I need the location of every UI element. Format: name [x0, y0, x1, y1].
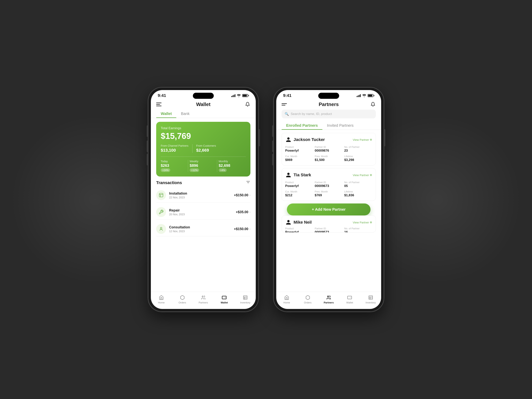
- mike-partnerid-label: Partner ID: [315, 227, 342, 230]
- nav-home-label-partners: Home: [284, 301, 290, 304]
- no-partner-value-tia: 05: [344, 184, 372, 188]
- view-partner-link-tia[interactable]: View Partner ⊕: [353, 173, 372, 177]
- tab-wallet-wallet[interactable]: Wallet: [156, 110, 176, 118]
- tab-invited-partners[interactable]: Invited Partners: [323, 121, 358, 130]
- partner-name-jackson: Jackson Tucker: [294, 137, 325, 142]
- svg-point-7: [202, 296, 203, 297]
- nav-home-partners[interactable]: Home: [276, 294, 297, 305]
- transaction-date-consultation: 12 Nov, 2023: [169, 230, 231, 233]
- partner-id-item-jackson: Partner ID 00009876: [315, 146, 342, 152]
- partner-id-value-tia: 00009673: [315, 184, 342, 188]
- nav-wallet-partners[interactable]: Wallet: [339, 294, 360, 305]
- transactions-header: Transactions: [156, 180, 250, 185]
- signal-icon-wallet: [231, 94, 235, 97]
- view-partner-link-jackson[interactable]: View Partner ⊕: [353, 138, 372, 141]
- nav-wallet-wallet[interactable]: Wallet: [214, 294, 235, 305]
- bell-icon-partners[interactable]: [370, 102, 376, 107]
- status-icons-partners: [357, 94, 374, 97]
- lifetime-value-jackson: $3,298: [344, 158, 372, 162]
- phone-screen-partners: 9:41: [276, 90, 381, 309]
- prev-month-label-jackson: Prev. Month: [315, 155, 342, 158]
- signal-icon-partners: [357, 94, 361, 97]
- lifetime-label-tia: Lifetime: [344, 190, 372, 193]
- transaction-info-installation: Installation 22 Nov, 2023: [169, 191, 231, 199]
- search-input-partners[interactable]: Search by name, ID, product: [291, 112, 373, 116]
- nav-inventory-wallet[interactable]: Inventory: [235, 294, 256, 305]
- filter-icon[interactable]: [246, 180, 250, 185]
- transaction-item-consultation[interactable]: Consultation 12 Nov, 2023 +$150.00 ›: [156, 222, 250, 236]
- partners-icon-partners: [326, 295, 331, 300]
- monthly-value: $2,698: [219, 163, 244, 168]
- status-time-wallet: 9:41: [158, 93, 166, 98]
- partner-card-jackson: Jackson Tucker View Partner ⊕ Product Po…: [282, 133, 376, 165]
- status-icons-wallet: [231, 94, 249, 97]
- nav-orders-partners[interactable]: Orders: [297, 294, 318, 305]
- earnings-breakdown: From Channel Partners $13,100 From Custo…: [161, 144, 246, 153]
- wallet-icon-nav-partners: [347, 295, 352, 300]
- no-partner-value-jackson: 23: [344, 149, 372, 152]
- wifi-icon-wallet: [237, 94, 241, 97]
- cur-month-label-jackson: Cur. Month: [285, 155, 313, 158]
- transaction-name-repair: Repair: [169, 209, 233, 212]
- today-label: Today: [161, 160, 186, 163]
- tab-bank-wallet[interactable]: Bank: [176, 110, 194, 118]
- partner-header-tia: Tia Stark View Partner ⊕: [285, 172, 372, 178]
- weekly-badge: +12%: [190, 168, 199, 172]
- nav-partners-wallet[interactable]: Partners: [193, 294, 214, 305]
- partner-card-tia: Tia Stark View Partner ⊕ Product Powerly…: [282, 168, 376, 201]
- transaction-item-installation[interactable]: Installation 22 Nov, 2023 +$150.00 ›: [156, 188, 250, 203]
- partner-name-tia: Tia Stark: [294, 172, 311, 177]
- phone-wallet: 9:41: [148, 87, 258, 312]
- hamburger-icon-wallet[interactable]: [156, 103, 162, 106]
- wallet-content: Total Earnings $15,769 From Channel Part…: [151, 118, 256, 292]
- svg-rect-3: [159, 193, 163, 197]
- dynamic-island-wallet: [193, 93, 214, 99]
- phone-partners: 9:41: [274, 87, 384, 312]
- svg-rect-14: [348, 296, 352, 299]
- hamburger-icon-partners[interactable]: [282, 103, 287, 105]
- from-partners-value: $13,100: [161, 148, 189, 153]
- transaction-date-repair: 20 Nov, 2023: [169, 213, 233, 216]
- search-bar-partners[interactable]: 🔍 Search by name, ID, product: [282, 110, 376, 118]
- tab-enrolled-partners[interactable]: Enrolled Partners: [282, 121, 323, 130]
- partner-id-value-jackson: 00009876: [315, 149, 342, 152]
- mike-product-label: Product: [285, 227, 313, 230]
- nav-home-wallet[interactable]: Home: [151, 294, 172, 305]
- transactions-title: Transactions: [156, 180, 182, 185]
- wallet-icon-nav-wallet: [222, 295, 227, 300]
- nav-home-label-wallet: Home: [158, 301, 165, 304]
- orders-icon-wallet: [180, 295, 185, 300]
- nav-partners-partners[interactable]: Partners: [318, 294, 339, 305]
- mike-nopartner-value: 16: [344, 230, 372, 233]
- nav-orders-label-wallet: Orders: [179, 301, 186, 304]
- no-partner-item-tia: No. of Partner 05: [344, 181, 372, 188]
- transaction-item-repair[interactable]: Repair 20 Nov, 2023 +$35.00 ›: [156, 205, 250, 219]
- earnings-card: Total Earnings $15,769 From Channel Part…: [156, 122, 250, 177]
- lifetime-value-tia: $1,836: [344, 193, 372, 197]
- no-partner-item-jackson: No. of Partner 23: [344, 146, 372, 152]
- nav-inventory-partners[interactable]: Inventory: [360, 294, 381, 305]
- partners-icon-wallet: [201, 295, 206, 300]
- cur-month-item-tia: Cur. Month $212: [285, 190, 313, 197]
- transaction-amount-installation: +$150.00 ›: [234, 193, 250, 197]
- period-weekly: Weekly $896 +12%: [188, 160, 217, 172]
- today-value: $263: [161, 163, 186, 168]
- nav-inventory-label-partners: Inventory: [366, 301, 376, 304]
- prev-month-label-tia: Prev. Month: [315, 190, 342, 193]
- dynamic-island-partners: [318, 93, 339, 99]
- page-title-partners: Partners: [319, 101, 339, 107]
- bell-icon-wallet[interactable]: [245, 102, 250, 107]
- nav-wallet-label-partners: Wallet: [346, 301, 353, 304]
- partners-content: Jackson Tucker View Partner ⊕ Product Po…: [276, 133, 381, 292]
- bottom-nav-partners: Home Orders: [276, 292, 381, 309]
- prev-month-item-tia: Prev. Month $769: [315, 190, 342, 197]
- prev-month-value-jackson: $1,500: [315, 158, 342, 162]
- add-partner-button[interactable]: + Add New Partner: [287, 203, 370, 215]
- nav-orders-wallet[interactable]: Orders: [172, 294, 193, 305]
- orders-icon-partners: [305, 295, 310, 300]
- battery-icon-partners: [368, 94, 374, 97]
- earnings-label: Total Earnings: [161, 126, 246, 130]
- earnings-total: $15,769: [161, 131, 246, 141]
- phone-screen-wallet: 9:41: [151, 90, 256, 309]
- view-partner-link-mike[interactable]: View Partner ⊕: [353, 221, 372, 224]
